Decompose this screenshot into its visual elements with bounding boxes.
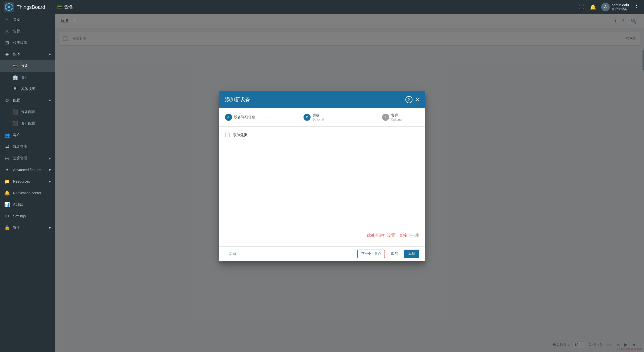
config-chevron: ▾ bbox=[49, 98, 51, 103]
dialog-help-button[interactable]: ? bbox=[405, 96, 412, 103]
step-3-info: 客户 Optional bbox=[391, 113, 402, 121]
dialog-header: 添加新设备 ? ✕ bbox=[219, 91, 425, 108]
add-credentials-label: 添加凭据 bbox=[233, 133, 248, 137]
step-1-info: 设备详细信息 bbox=[234, 115, 255, 120]
step-3: 3 客户 Optional bbox=[382, 113, 419, 121]
user-role: 租户管理员 bbox=[612, 7, 629, 11]
alerts-icon: △ bbox=[4, 28, 10, 34]
sidebar-item-advanced[interactable]: ✦ Advanced features ▾ bbox=[0, 164, 55, 176]
sidebar-item-label: 首页 bbox=[13, 18, 20, 22]
dialog-container: 添加新设备 ? ✕ ✓ 设备详细信息 2 bbox=[219, 91, 425, 261]
sidebar-item-resources[interactable]: 📁 Resources ▾ bbox=[0, 176, 55, 187]
sidebar-item-settings[interactable]: ⚙ Settings bbox=[0, 210, 55, 222]
sidebar-item-dashboards[interactable]: ⊞ 仪表板库 bbox=[0, 37, 55, 49]
next-button[interactable]: 下一个：客户 bbox=[357, 250, 385, 258]
add-button[interactable]: 添加 bbox=[404, 250, 419, 258]
sidebar-item-label: 告警 bbox=[13, 29, 20, 33]
home-icon: ⌂ bbox=[4, 17, 10, 22]
step-2-sublabel: Optional bbox=[313, 118, 324, 121]
sidebar-item-label: Api统计 bbox=[13, 202, 25, 207]
sidebar-item-customers[interactable]: 👥 客户 bbox=[0, 129, 55, 141]
sidebar-item-api-stats[interactable]: 📊 Api统计 bbox=[0, 199, 55, 210]
dialog-header-actions: ? ✕ bbox=[405, 96, 419, 103]
page-title-header: 📟 设备 bbox=[57, 4, 578, 10]
device-profiles-icon: ⬛ bbox=[12, 109, 18, 115]
resources-chevron: ▾ bbox=[49, 179, 51, 184]
sidebar-item-label: 设备配置 bbox=[21, 110, 35, 114]
sidebar-item-entities[interactable]: ◈ 实体 ▾ bbox=[0, 49, 55, 60]
logo: ThingsBoard bbox=[4, 2, 57, 12]
annotation-area: 此处不进行设置，直接下一步 bbox=[225, 233, 419, 238]
step-2-num: 2 bbox=[306, 115, 308, 119]
step-2: 2 凭据 Optional bbox=[304, 113, 341, 121]
sidebar-item-devices[interactable]: 📟 设备 bbox=[0, 60, 55, 72]
dialog-title: 添加新设备 bbox=[225, 96, 250, 103]
step-2-label: 凭据 bbox=[313, 113, 324, 118]
config-icon: ⚙ bbox=[4, 98, 10, 103]
step-3-num: 3 bbox=[385, 115, 386, 119]
customers-icon: 👥 bbox=[4, 132, 10, 138]
add-credentials-checkbox[interactable] bbox=[225, 133, 230, 137]
settings-icon: ⚙ bbox=[4, 213, 10, 219]
sidebar-item-label: 设备 bbox=[21, 64, 28, 68]
sidebar-item-label: 资产配置 bbox=[21, 121, 35, 126]
sidebar-item-label: 配置 bbox=[13, 98, 20, 103]
sidebar-item-edge[interactable]: ◎ 边缘管理 ▾ bbox=[0, 152, 55, 164]
advanced-icon: ✦ bbox=[4, 167, 10, 173]
assets-icon: 🏢 bbox=[12, 75, 18, 80]
edge-icon: ◎ bbox=[4, 155, 10, 161]
logo-icon bbox=[4, 2, 14, 12]
page-icon: 📟 bbox=[57, 4, 62, 10]
step-3-circle: 3 bbox=[382, 114, 389, 121]
sidebar-item-assets[interactable]: 🏢 资产 bbox=[0, 72, 55, 83]
topbar-actions: ⛶ 🔔 A admin dalu 租户管理员 ⋮ bbox=[578, 3, 640, 11]
sidebar-item-rule-chains[interactable]: ⇄ 规则链库 bbox=[0, 141, 55, 152]
sidebar-item-label: 实体 bbox=[13, 52, 20, 57]
dialog-footer-right: 下一个：客户 取消 添加 bbox=[357, 250, 419, 258]
sidebar-item-label: Notification center bbox=[13, 191, 41, 195]
step-1: ✓ 设备详细信息 bbox=[225, 114, 262, 121]
step-connector-2 bbox=[343, 117, 380, 117]
resources-icon: 📁 bbox=[4, 179, 10, 184]
notification-button[interactable]: 🔔 bbox=[589, 3, 597, 11]
dashboards-icon: ⊞ bbox=[4, 40, 10, 46]
asset-profiles-icon: ⬛ bbox=[12, 121, 18, 126]
entity-views-icon: 👁 bbox=[12, 86, 18, 92]
sidebar-item-config[interactable]: ⚙ 配置 ▾ bbox=[0, 95, 55, 106]
dialog-footer: 后退 下一个：客户 取消 添加 bbox=[219, 246, 425, 261]
rule-chains-icon: ⇄ bbox=[4, 144, 10, 149]
svg-point-2 bbox=[8, 6, 10, 8]
step-connector-1 bbox=[264, 117, 301, 117]
topbar: ThingsBoard 📟 设备 ⛶ 🔔 A admin dalu 租户管理员 … bbox=[0, 0, 644, 14]
edge-chevron: ▾ bbox=[49, 156, 51, 161]
advanced-chevron: ▾ bbox=[49, 168, 51, 172]
sidebar-item-notification[interactable]: 🔔 Notification center bbox=[0, 187, 55, 199]
api-stats-icon: 📊 bbox=[4, 202, 10, 207]
notification-icon: 🔔 bbox=[4, 190, 10, 196]
stepper: ✓ 设备详细信息 2 凭据 Optional bbox=[219, 108, 425, 127]
sidebar-item-label: Settings bbox=[13, 214, 26, 218]
more-button[interactable]: ⋮ bbox=[633, 3, 640, 11]
entities-chevron: ▾ bbox=[49, 52, 51, 57]
sidebar-item-alerts[interactable]: △ 告警 bbox=[0, 25, 55, 37]
sidebar-item-label: 仪表板库 bbox=[13, 41, 27, 45]
dialog-close-button[interactable]: ✕ bbox=[415, 97, 419, 102]
sidebar-item-device-profiles[interactable]: ⬛ 设备配置 bbox=[0, 106, 55, 118]
sidebar-item-security[interactable]: 🔒 安全 ▾ bbox=[0, 222, 55, 233]
sidebar-item-asset-profiles[interactable]: ⬛ 资产配置 bbox=[0, 118, 55, 129]
sidebar-item-label: 安全 bbox=[13, 225, 20, 230]
add-credentials-row: 添加凭据 bbox=[225, 133, 419, 137]
step-1-label: 设备详细信息 bbox=[234, 115, 255, 120]
sidebar-item-label: 资产 bbox=[21, 75, 28, 80]
add-device-dialog: 添加新设备 ? ✕ ✓ 设备详细信息 2 bbox=[219, 91, 425, 261]
sidebar: ⌂ 首页 △ 告警 ⊞ 仪表板库 ◈ 实体 ▾ 📟 设备 🏢 资产 👁 实体视图… bbox=[0, 14, 55, 352]
sidebar-item-entity-views[interactable]: 👁 实体视图 bbox=[0, 83, 55, 95]
sidebar-item-label: 规则链库 bbox=[13, 144, 27, 149]
sidebar-item-home[interactable]: ⌂ 首页 bbox=[0, 14, 55, 25]
page-title-text: 设备 bbox=[64, 4, 73, 10]
cancel-button[interactable]: 取消 bbox=[387, 250, 402, 258]
app-name: ThingsBoard bbox=[17, 4, 45, 10]
back-button[interactable]: 后退 bbox=[225, 250, 240, 258]
user-menu[interactable]: A admin dalu 租户管理员 bbox=[601, 3, 629, 11]
fullscreen-button[interactable]: ⛶ bbox=[578, 3, 585, 11]
